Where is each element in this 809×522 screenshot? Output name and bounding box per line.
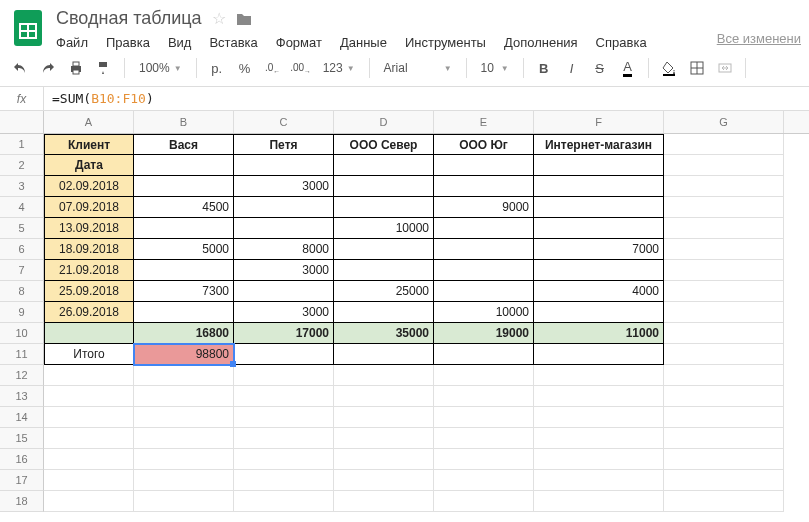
cell[interactable]: [664, 407, 784, 428]
cell[interactable]: [664, 218, 784, 239]
col-header-B[interactable]: B: [134, 111, 234, 133]
cell[interactable]: 35000: [334, 323, 434, 344]
cell[interactable]: [534, 365, 664, 386]
cell[interactable]: ООО Север: [334, 134, 434, 155]
cell[interactable]: [664, 428, 784, 449]
formula-input[interactable]: =SUM(B10:F10): [44, 91, 809, 106]
cell[interactable]: [134, 407, 234, 428]
row-header[interactable]: 10: [0, 323, 44, 344]
fill-color-button[interactable]: [657, 56, 681, 80]
borders-button[interactable]: [685, 56, 709, 80]
cell[interactable]: [534, 302, 664, 323]
cell[interactable]: [534, 470, 664, 491]
cell[interactable]: 4500: [134, 197, 234, 218]
row-header[interactable]: 7: [0, 260, 44, 281]
cell[interactable]: 25000: [334, 281, 434, 302]
menu-data[interactable]: Данные: [340, 35, 387, 50]
cell[interactable]: [434, 176, 534, 197]
percent-button[interactable]: %: [233, 56, 257, 80]
cell[interactable]: [44, 407, 134, 428]
row-header[interactable]: 8: [0, 281, 44, 302]
cell[interactable]: 21.09.2018: [44, 260, 134, 281]
col-header-D[interactable]: D: [334, 111, 434, 133]
col-header-F[interactable]: F: [534, 111, 664, 133]
cell[interactable]: [334, 344, 434, 365]
row-header[interactable]: 15: [0, 428, 44, 449]
cell[interactable]: [44, 428, 134, 449]
cell[interactable]: [334, 176, 434, 197]
strike-button[interactable]: S: [588, 56, 612, 80]
cell[interactable]: [534, 407, 664, 428]
cell-selected[interactable]: 98800: [134, 344, 234, 365]
menu-view[interactable]: Вид: [168, 35, 192, 50]
cell[interactable]: [534, 218, 664, 239]
col-header-E[interactable]: E: [434, 111, 534, 133]
cell[interactable]: [664, 365, 784, 386]
cell[interactable]: [334, 470, 434, 491]
cell[interactable]: [234, 365, 334, 386]
cell[interactable]: [134, 302, 234, 323]
cell[interactable]: [44, 449, 134, 470]
cell[interactable]: Итого: [44, 344, 134, 365]
cell[interactable]: [234, 407, 334, 428]
menu-addons[interactable]: Дополнения: [504, 35, 578, 50]
cell[interactable]: 18.09.2018: [44, 239, 134, 260]
merge-button[interactable]: [713, 56, 737, 80]
undo-button[interactable]: [8, 56, 32, 80]
cell[interactable]: [334, 365, 434, 386]
cell[interactable]: [664, 134, 784, 155]
row-header[interactable]: 6: [0, 239, 44, 260]
cell[interactable]: [434, 344, 534, 365]
cell[interactable]: [234, 449, 334, 470]
cell[interactable]: [534, 491, 664, 512]
number-format-select[interactable]: 123▼: [317, 61, 361, 75]
cell[interactable]: [434, 470, 534, 491]
increase-decimal-button[interactable]: .00→: [289, 56, 313, 80]
row-header[interactable]: 2: [0, 155, 44, 176]
cell[interactable]: 10000: [434, 302, 534, 323]
cell[interactable]: [664, 155, 784, 176]
cell[interactable]: [234, 470, 334, 491]
col-header-G[interactable]: G: [664, 111, 784, 133]
cell[interactable]: 8000: [234, 239, 334, 260]
cell[interactable]: 26.09.2018: [44, 302, 134, 323]
cell[interactable]: [534, 155, 664, 176]
cell[interactable]: [234, 197, 334, 218]
cell[interactable]: [334, 197, 434, 218]
cell[interactable]: [44, 323, 134, 344]
cell[interactable]: [134, 260, 234, 281]
cell[interactable]: Интернет-магазин: [534, 134, 664, 155]
cell[interactable]: [334, 386, 434, 407]
cell[interactable]: [434, 218, 534, 239]
cell[interactable]: [664, 344, 784, 365]
cell[interactable]: [664, 260, 784, 281]
cell[interactable]: [534, 197, 664, 218]
selection-handle[interactable]: [230, 361, 236, 367]
row-header[interactable]: 3: [0, 176, 44, 197]
cell[interactable]: [134, 449, 234, 470]
cell[interactable]: [534, 449, 664, 470]
cell[interactable]: [134, 470, 234, 491]
cell[interactable]: [234, 281, 334, 302]
cell[interactable]: [434, 428, 534, 449]
row-header[interactable]: 17: [0, 470, 44, 491]
cell[interactable]: [664, 302, 784, 323]
cell[interactable]: [534, 344, 664, 365]
currency-button[interactable]: р.: [205, 56, 229, 80]
cell[interactable]: 3000: [234, 302, 334, 323]
cell[interactable]: [234, 428, 334, 449]
cell[interactable]: 16800: [134, 323, 234, 344]
row-header[interactable]: 18: [0, 491, 44, 512]
cell[interactable]: [44, 470, 134, 491]
cell[interactable]: [44, 365, 134, 386]
cell[interactable]: [134, 218, 234, 239]
cell[interactable]: [434, 449, 534, 470]
cell[interactable]: [534, 176, 664, 197]
font-select[interactable]: Arial▼: [378, 61, 458, 75]
cell[interactable]: [434, 281, 534, 302]
cell[interactable]: [434, 407, 534, 428]
print-button[interactable]: [64, 56, 88, 80]
cell[interactable]: [334, 302, 434, 323]
cell[interactable]: [664, 281, 784, 302]
cell[interactable]: 11000: [534, 323, 664, 344]
